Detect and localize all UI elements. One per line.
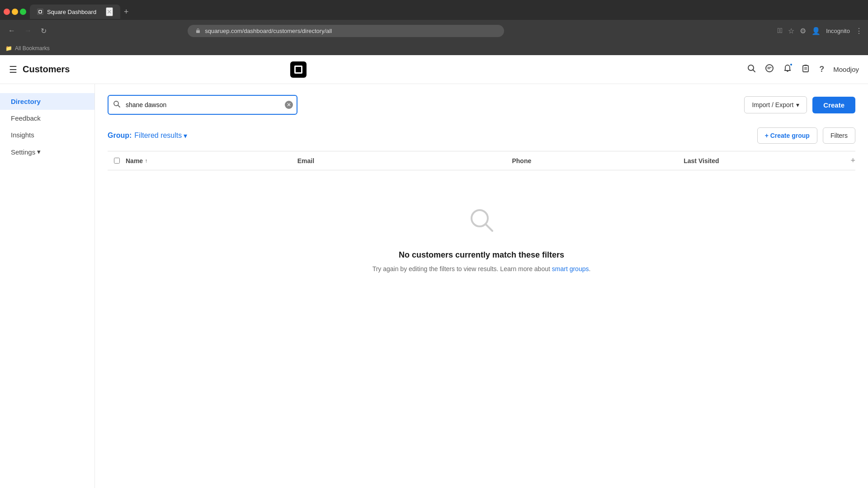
settings-chevron: ▾ (37, 148, 41, 156)
sidebar-settings[interactable]: Settings ▾ (0, 143, 94, 160)
window-controls (4, 9, 26, 15)
global-search-icon[interactable] (747, 64, 756, 75)
col-email-header: Email (297, 157, 512, 164)
extension-icon[interactable]: ⚙ (800, 27, 806, 35)
help-icon[interactable]: ? (819, 65, 824, 74)
col-name-header[interactable]: Name ↑ (126, 157, 297, 164)
messages-icon[interactable] (765, 64, 774, 75)
settings-label: Settings (11, 148, 35, 156)
col-phone-label: Phone (512, 157, 531, 164)
reload-btn[interactable]: ↻ (38, 25, 49, 37)
search-input[interactable] (108, 95, 297, 115)
sidebar-item-directory[interactable]: Directory (0, 93, 94, 110)
incognito-btn[interactable]: Incognito (826, 28, 850, 34)
maximize-window-btn[interactable] (20, 9, 26, 15)
empty-desc: Try again by editing the filters to view… (373, 265, 591, 272)
active-tab[interactable]: Square Dashboard ✕ (30, 5, 120, 19)
user-name[interactable]: Moodjoy (833, 66, 859, 73)
search-input-wrap: ✕ (108, 95, 297, 115)
top-nav-right: ? Moodjoy (747, 64, 859, 75)
new-tab-btn[interactable]: + (120, 5, 132, 19)
svg-line-4 (753, 70, 755, 72)
group-label: Group: Filtered results ▾ (108, 131, 187, 140)
empty-search-icon (468, 206, 495, 239)
sidebar-item-feedback[interactable]: Feedback (0, 110, 94, 127)
sort-arrow-icon: ↑ (145, 158, 147, 164)
browser-chrome: Square Dashboard ✕ + ← → ↻ squaruep.com/… (0, 0, 868, 55)
group-row: Group: Filtered results ▾ + Create group… (108, 127, 855, 144)
tab-favicon (37, 9, 43, 15)
tab-close-btn[interactable]: ✕ (106, 7, 113, 16)
create-btn[interactable]: Create (812, 97, 855, 113)
select-all-checkbox[interactable] (108, 158, 126, 164)
search-row: ✕ Import / Export ▾ Create (108, 95, 855, 115)
bookmarks-folder-icon: 📁 (5, 45, 12, 52)
address-bar[interactable]: squaruep.com/dashboard/customers/directo… (188, 25, 504, 37)
clipboard-icon[interactable] (801, 64, 810, 75)
search-clear-btn[interactable]: ✕ (285, 101, 293, 109)
svg-line-10 (118, 105, 120, 107)
eye-off-icon[interactable]: 👁⃠ (778, 27, 783, 35)
svg-point-5 (766, 65, 773, 72)
square-logo (290, 61, 307, 78)
lock-icon (195, 28, 201, 34)
forward-btn[interactable]: → (22, 25, 34, 37)
import-export-btn[interactable]: Import / Export ▾ (744, 96, 807, 113)
search-icon (113, 100, 120, 109)
notification-dot (789, 63, 793, 66)
add-column-btn[interactable]: + (850, 156, 855, 165)
app: ☰ Customers ? Moodjoy (0, 55, 868, 488)
col-phone-header: Phone (512, 157, 684, 164)
col-email-label: Email (297, 157, 314, 164)
hamburger-icon: ☰ (9, 65, 17, 75)
minimize-window-btn[interactable] (12, 9, 18, 15)
notifications-icon[interactable] (783, 64, 792, 75)
import-export-chevron: ▾ (796, 101, 799, 108)
logo-center (290, 61, 307, 78)
square-logo-inner (294, 66, 302, 74)
group-chevron: ▾ (184, 131, 187, 140)
main-layout: Directory Feedback Insights Settings ▾ (0, 84, 868, 488)
sidebar-item-insights[interactable]: Insights (0, 127, 94, 143)
sidebar: Directory Feedback Insights Settings ▾ (0, 84, 95, 488)
profile-icon[interactable]: 👤 (811, 27, 821, 35)
close-window-btn[interactable] (4, 9, 10, 15)
select-all-input[interactable] (114, 158, 120, 164)
tab-bar: Square Dashboard ✕ + (0, 0, 868, 20)
app-title: Customers (23, 64, 70, 75)
group-key: Group: (108, 131, 132, 140)
bookmarks-label: All Bookmarks (15, 45, 50, 52)
sidebar-item-insights-label: Insights (11, 131, 34, 139)
sidebar-item-directory-label: Directory (11, 98, 41, 105)
group-value-btn[interactable]: Filtered results ▾ (134, 131, 187, 140)
table-header: Name ↑ Email Phone Last Visited + (108, 151, 855, 170)
svg-line-12 (486, 224, 492, 231)
browser-nav: ← → ↻ squaruep.com/dashboard/customers/d… (0, 20, 868, 42)
filters-btn[interactable]: Filters (823, 127, 855, 144)
col-name-label: Name (126, 157, 143, 164)
top-nav: ☰ Customers ? Moodjoy (0, 55, 868, 84)
tab-label: Square Dashboard (47, 9, 96, 15)
sidebar-item-feedback-label: Feedback (11, 114, 41, 122)
more-options-icon[interactable]: ⋮ (855, 27, 863, 35)
empty-desc-text: Try again by editing the filters to view… (373, 265, 552, 272)
svg-rect-2 (196, 30, 200, 33)
nav-right-icons: 👁⃠ ☆ ⚙ 👤 Incognito ⋮ (778, 27, 863, 35)
group-actions: + Create group Filters (757, 127, 855, 144)
import-export-label: Import / Export (752, 101, 793, 108)
back-btn[interactable]: ← (5, 25, 18, 37)
main-content: ✕ Import / Export ▾ Create Group: Filter… (95, 84, 868, 488)
create-group-btn[interactable]: + Create group (757, 127, 817, 144)
col-last-visited-header: Last Visited + (684, 156, 855, 165)
search-actions: Import / Export ▾ Create (744, 96, 855, 113)
smart-groups-link[interactable]: smart groups (552, 265, 589, 272)
col-last-visited-label: Last Visited (684, 157, 719, 164)
incognito-label: Incognito (826, 28, 850, 34)
bookmark-star-icon[interactable]: ☆ (788, 27, 794, 35)
svg-rect-6 (803, 66, 808, 72)
empty-desc-suffix: . (589, 265, 590, 272)
hamburger-btn[interactable]: ☰ (9, 64, 17, 75)
empty-title: No customers currently match these filte… (399, 250, 564, 260)
group-value-text: Filtered results (134, 131, 182, 140)
url-text: squaruep.com/dashboard/customers/directo… (205, 28, 332, 34)
